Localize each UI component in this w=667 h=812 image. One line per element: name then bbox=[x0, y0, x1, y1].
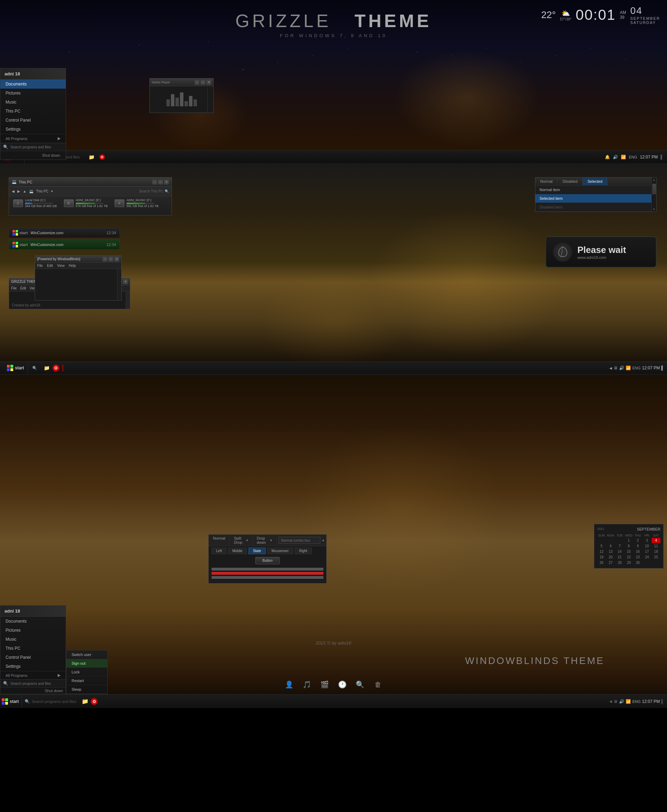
desktop-icon[interactable]: ▌ bbox=[660, 154, 664, 159]
grizzle-close[interactable]: ✕ bbox=[123, 279, 128, 284]
ctrl-combo-arrow-icon[interactable]: ▾ bbox=[322, 538, 324, 542]
cal-11[interactable]: 11 bbox=[652, 543, 660, 549]
start-search-bar-top[interactable]: 🔍 bbox=[0, 143, 66, 151]
tray-film-icon[interactable]: 🎬 bbox=[319, 678, 331, 691]
cal-5[interactable]: 5 bbox=[597, 543, 606, 549]
start-menu-item-controlpanel[interactable]: Control Panel bbox=[0, 116, 66, 125]
cal-4-today[interactable]: 4 bbox=[652, 538, 660, 543]
list-scrollbar[interactable]: ▲ ▼ bbox=[651, 178, 656, 212]
ctrl-tab-drop[interactable]: Drop down bbox=[252, 535, 277, 546]
all-programs-top[interactable]: All Programs ▶ bbox=[0, 134, 66, 143]
notification-icon[interactable]: 🔔 bbox=[605, 154, 610, 159]
search-input-bottom[interactable] bbox=[10, 682, 63, 686]
tray-clock2-icon[interactable]: 🕐 bbox=[336, 678, 349, 691]
cal-25[interactable]: 25 bbox=[652, 555, 660, 560]
wb-edit-menu[interactable]: Edit bbox=[47, 264, 53, 267]
ctrl-combo-input[interactable] bbox=[279, 537, 320, 544]
all-programs-bottom[interactable]: All Programs ▶ bbox=[0, 671, 66, 679]
network-bottom-icon[interactable]: 📶 bbox=[626, 699, 631, 704]
wb-help-menu[interactable]: Help bbox=[69, 264, 76, 267]
scroll-down-icon[interactable]: ▼ bbox=[652, 207, 656, 212]
bottom-menu-music[interactable]: Music bbox=[0, 635, 66, 644]
wb-scrollbar[interactable] bbox=[117, 269, 121, 300]
ctrl-state-left[interactable]: Left bbox=[212, 548, 227, 554]
network-icon[interactable]: 📶 bbox=[621, 154, 626, 159]
ctrl-state-state[interactable]: State bbox=[248, 548, 265, 554]
wb-maximize[interactable]: □ bbox=[108, 257, 113, 262]
search-input-top[interactable] bbox=[10, 145, 63, 149]
cal-7[interactable]: 7 bbox=[615, 543, 624, 549]
wb-close[interactable]: ✕ bbox=[114, 257, 119, 262]
thispc-minimize[interactable]: ─ bbox=[152, 179, 157, 184]
shutdown-button-top[interactable]: Shut down bbox=[39, 152, 63, 158]
list-tab-disabled[interactable]: Disabled bbox=[557, 178, 582, 185]
scroll-up-icon[interactable]: ▲ bbox=[652, 178, 656, 182]
search-mid[interactable]: 🔍 bbox=[30, 366, 40, 370]
start-menu-item-settings[interactable]: Settings bbox=[0, 125, 66, 134]
opera-icon-mid[interactable]: O bbox=[53, 364, 60, 372]
list-item-selected[interactable]: Selected item bbox=[535, 194, 651, 203]
cal-18[interactable]: 18 bbox=[652, 549, 660, 554]
drive-e[interactable]: E ADNI_MUSIC (E:) 576 GB free of 1.81 TB bbox=[64, 198, 108, 208]
cal-24[interactable]: 24 bbox=[643, 555, 651, 560]
volume-bottom-icon[interactable]: 🔊 bbox=[619, 699, 624, 704]
maximize-button[interactable]: □ bbox=[201, 80, 205, 85]
opera-icon-bottom[interactable]: O bbox=[91, 698, 98, 705]
cal-21[interactable]: 21 bbox=[615, 555, 624, 560]
cal-8[interactable]: 8 bbox=[624, 543, 633, 549]
ctrl-state-right[interactable]: Right bbox=[295, 548, 312, 554]
drive-c[interactable]: C Local Disk (C:) 344 GB free of 465 GB bbox=[13, 198, 57, 208]
volume-icon-mid[interactable]: 🔊 bbox=[619, 365, 624, 370]
cal-28[interactable]: 28 bbox=[615, 560, 624, 565]
cal-14[interactable]: 14 bbox=[615, 549, 624, 554]
bottom-menu-controlpanel[interactable]: Control Panel bbox=[0, 653, 66, 662]
wb-view-menu[interactable]: View bbox=[57, 264, 65, 267]
bottom-search-area[interactable]: 🔍 Search programs and files bbox=[22, 699, 79, 704]
network-icon-mid[interactable]: 📶 bbox=[626, 365, 631, 370]
start-area-r1[interactable]: start bbox=[13, 230, 28, 236]
monitor-icon[interactable]: 🖥 bbox=[614, 365, 618, 370]
bottom-menu-documents[interactable]: Documents bbox=[0, 617, 66, 626]
cal-13[interactable]: 13 bbox=[606, 549, 615, 554]
ctrl-button[interactable]: Button bbox=[256, 557, 280, 564]
nav-up-icon[interactable]: ▲ bbox=[23, 189, 27, 193]
thispc-close[interactable]: ✕ bbox=[164, 179, 169, 184]
start-menu-item-documents[interactable]: Documents bbox=[0, 80, 66, 89]
tray-trash-icon[interactable]: 🗑 bbox=[372, 678, 384, 691]
arrow-icon-bottom[interactable]: ◀ bbox=[609, 699, 612, 703]
wb-window-controls[interactable]: ─ □ ✕ bbox=[103, 257, 119, 262]
arrow-icon-mid[interactable]: ◀ bbox=[609, 366, 612, 370]
nav-back-icon[interactable]: ◀ bbox=[12, 189, 15, 193]
ctrl-tab-split[interactable]: Split Drop bbox=[230, 535, 252, 546]
cal-17[interactable]: 17 bbox=[643, 549, 651, 554]
bottom-menu-thispc[interactable]: This PC bbox=[0, 644, 66, 653]
thispc-window-controls[interactable]: ─ □ ✕ bbox=[152, 179, 169, 184]
cal-9[interactable]: 9 bbox=[634, 543, 642, 549]
nav-dropdown-icon[interactable]: ▾ bbox=[51, 189, 53, 193]
drive-f[interactable]: F ADNI_MUSIC (F:) 591 GB free of 1.81 TB bbox=[114, 198, 158, 208]
power-switch-user[interactable]: Switch user bbox=[66, 651, 107, 659]
cal-22[interactable]: 22 bbox=[624, 555, 633, 560]
cal-1[interactable]: 1 bbox=[624, 538, 633, 543]
cal-26[interactable]: 26 bbox=[597, 560, 606, 565]
grizzle-file[interactable]: File bbox=[11, 286, 17, 290]
cal-3[interactable]: 3 bbox=[643, 538, 651, 543]
tray-audio-icon[interactable]: 🎵 bbox=[301, 678, 314, 691]
cal-27[interactable]: 27 bbox=[606, 560, 615, 565]
list-tab-selected[interactable]: Selected bbox=[582, 178, 607, 185]
bottom-search-bar[interactable]: 🔍 bbox=[0, 679, 66, 687]
cal-23[interactable]: 23 bbox=[634, 555, 642, 560]
ctrl-tab-normal[interactable]: Normal bbox=[209, 535, 230, 546]
cal-12[interactable]: 12 bbox=[597, 549, 606, 554]
shutdown-button-bottom[interactable]: Shut down bbox=[45, 689, 63, 693]
cal-15[interactable]: 15 bbox=[624, 549, 633, 554]
minimize-button[interactable]: ─ bbox=[194, 80, 199, 85]
start-menu-item-thispc[interactable]: This PC bbox=[0, 107, 66, 116]
tray-search2-icon[interactable]: 🔍 bbox=[354, 678, 367, 691]
thispc-search-area[interactable]: Search This PC 🔍 bbox=[139, 189, 169, 193]
power-sign-out[interactable]: Sign out bbox=[66, 659, 107, 668]
cal-29[interactable]: 29 bbox=[624, 560, 633, 565]
cal-30[interactable]: 30 bbox=[634, 560, 642, 565]
show-desktop-mid[interactable]: ▌ bbox=[661, 365, 664, 370]
show-desktop-bottom[interactable]: ▌ bbox=[661, 699, 664, 704]
